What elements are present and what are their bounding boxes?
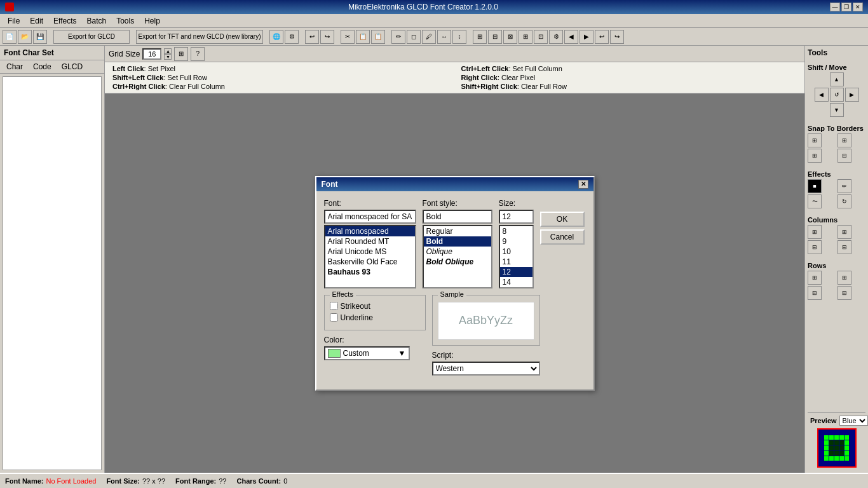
strikeout-checkbox[interactable]	[330, 302, 338, 310]
font-item-3[interactable]: Baskerville Old Face	[325, 257, 415, 267]
ok-button[interactable]: OK	[540, 212, 585, 227]
font-list[interactable]: Arial monospaced Arial Rounded MT Arial …	[324, 225, 416, 288]
tab-code[interactable]: Code	[29, 62, 55, 72]
shift-up-button[interactable]: ▲	[830, 72, 844, 86]
size-11[interactable]: 11	[500, 257, 532, 267]
grid-size-input[interactable]: 16	[142, 48, 161, 60]
font-name-label: Font Name:	[5, 477, 44, 485]
maximize-button[interactable]: ❐	[841, 3, 851, 11]
help-button[interactable]: ?	[191, 47, 205, 61]
size-9[interactable]: 9	[500, 236, 532, 247]
size-14[interactable]: 14	[500, 277, 532, 287]
shift-right-button[interactable]: ▶	[845, 88, 859, 102]
row-add-bot-button[interactable]: ⊞	[837, 271, 851, 285]
font-item-0[interactable]: Arial monospaced	[325, 226, 415, 236]
style-regular[interactable]: Regular	[424, 226, 491, 236]
snap-tl-button[interactable]: ⊞	[808, 133, 822, 147]
preview-color-select[interactable]: Blue	[839, 416, 868, 426]
tb-save-button[interactable]: 💾	[33, 30, 47, 44]
effect-invert-button[interactable]: ■	[808, 179, 822, 193]
cancel-button[interactable]: Cancel	[540, 229, 585, 245]
font-input[interactable]	[324, 210, 416, 224]
shift-left-button[interactable]: ◀	[815, 88, 829, 102]
shift-down-button[interactable]: ▼	[830, 103, 844, 117]
col-rem-right-button[interactable]: ⊟	[837, 240, 851, 254]
row-add-top-button[interactable]: ⊞	[808, 271, 822, 285]
tab-glcd[interactable]: GLCD	[58, 62, 86, 72]
tb-mirror-v-button[interactable]: ↕	[452, 30, 466, 44]
tb-export-tft-button[interactable]: Export for TFT and new GLCD (new library…	[136, 30, 263, 44]
grid-size-down[interactable]: ▼	[164, 54, 172, 60]
font-item-4[interactable]: Bauhaus 93	[325, 267, 415, 277]
style-bold-oblique[interactable]: Bold Oblique	[424, 257, 491, 267]
size-input[interactable]	[499, 210, 534, 224]
tb-nav1-button[interactable]: ◀	[564, 30, 578, 44]
color-select[interactable]: Custom ▼	[324, 346, 410, 360]
font-size-label: Font Size:	[106, 477, 140, 485]
tb-cut-button[interactable]: ✂	[341, 30, 355, 44]
tb-new-button[interactable]: 📄	[3, 30, 17, 44]
tb-mirror-h-button[interactable]: ↔	[437, 30, 451, 44]
tb-grid4-button[interactable]: ⊞	[519, 30, 532, 44]
size-16[interactable]: 16	[500, 287, 532, 288]
effect-pencil-button[interactable]: ✏	[837, 179, 851, 193]
style-oblique[interactable]: Oblique	[424, 247, 491, 257]
close-window-button[interactable]: ✕	[853, 3, 863, 11]
size-12[interactable]: 12	[500, 267, 532, 277]
snap-bl-button[interactable]: ⊞	[808, 149, 822, 163]
tb-nav3-button[interactable]: ↩	[595, 30, 609, 44]
shift-reset-button[interactable]: ↺	[830, 88, 844, 102]
style-list[interactable]: Regular Bold Oblique Bold Oblique	[423, 225, 492, 288]
tb-grid2-button[interactable]: ⊟	[488, 30, 502, 44]
style-input[interactable]	[423, 210, 492, 224]
script-select[interactable]: Western	[432, 362, 540, 376]
tb-copy-button[interactable]: ⚙	[285, 30, 299, 44]
tb-eraser-button[interactable]: ◻	[407, 30, 421, 44]
tb-paste-button[interactable]: 📋	[371, 30, 385, 44]
dialog-close-button[interactable]: ✕	[578, 180, 588, 189]
menu-effects[interactable]: Effects	[48, 15, 81, 27]
size-8[interactable]: 8	[500, 226, 532, 236]
menu-batch[interactable]: Batch	[82, 15, 112, 27]
menu-tools[interactable]: Tools	[111, 15, 139, 27]
tb-copy2-button[interactable]: 📋	[356, 30, 370, 44]
menu-edit[interactable]: Edit	[25, 15, 48, 27]
tb-grid3-button[interactable]: ⊠	[503, 30, 517, 44]
row-rem-bot-button[interactable]: ⊟	[837, 286, 851, 300]
tb-nav2-button[interactable]: ▶	[580, 30, 593, 44]
tb-nav4-button[interactable]: ↪	[610, 30, 624, 44]
tb-grid5-button[interactable]: ⊡	[534, 30, 548, 44]
grid-size-spinner[interactable]: ▲ ▼	[164, 48, 172, 60]
font-dialog: Font ✕ Font: Arial monospaced	[315, 176, 595, 391]
minimize-button[interactable]: —	[830, 3, 840, 11]
size-10[interactable]: 10	[500, 247, 532, 257]
tb-settings-button[interactable]: ⚙	[549, 30, 563, 44]
style-bold[interactable]: Bold	[424, 236, 491, 247]
menu-file[interactable]: File	[3, 15, 25, 27]
snap-tr-button[interactable]: ⊞	[837, 133, 851, 147]
grid-button[interactable]: ⊞	[174, 47, 188, 61]
tb-pencil-button[interactable]: ✏	[391, 30, 405, 44]
col-rem-left-button[interactable]: ⊟	[808, 240, 822, 254]
tb-web-button[interactable]: 🌐	[269, 30, 283, 44]
grid-content[interactable]: Font ✕ Font: Arial monospaced	[105, 93, 804, 473]
font-item-2[interactable]: Arial Unicode MS	[325, 247, 415, 257]
tb-redo-button[interactable]: ↪	[320, 30, 334, 44]
snap-br-button[interactable]: ⊟	[837, 149, 851, 163]
tb-open-button[interactable]: 📂	[18, 30, 32, 44]
col-add-left-button[interactable]: ⊞	[808, 225, 822, 239]
tb-export-glcd-button[interactable]: Export for GLCD	[53, 30, 130, 44]
size-list[interactable]: 8 9 10 11 12 14 16	[499, 225, 534, 288]
tb-undo-button[interactable]: ↩	[305, 30, 319, 44]
tb-fill-button[interactable]: 🖊	[422, 30, 436, 44]
font-item-1[interactable]: Arial Rounded MT	[325, 236, 415, 247]
col-add-right-button[interactable]: ⊞	[837, 225, 851, 239]
grid-size-up[interactable]: ▲	[164, 48, 172, 54]
effect-rotate-button[interactable]: ↻	[837, 194, 851, 208]
row-rem-top-button[interactable]: ⊟	[808, 286, 822, 300]
effect-wave-button[interactable]: 〜	[808, 194, 822, 208]
tb-grid-button[interactable]: ⊞	[473, 30, 487, 44]
tab-char[interactable]: Char	[3, 62, 27, 72]
menu-help[interactable]: Help	[139, 15, 165, 27]
underline-checkbox[interactable]	[330, 313, 338, 322]
